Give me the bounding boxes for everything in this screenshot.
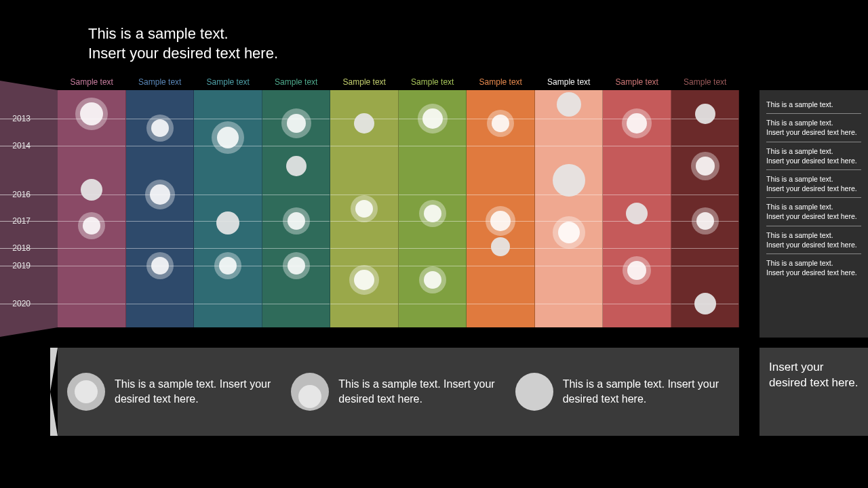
grid-row-line <box>126 221 194 222</box>
side-box: Insert your desired text here. <box>760 348 868 436</box>
grid-row-line <box>330 146 398 146</box>
grid-row-line <box>603 248 671 249</box>
grid-row-line <box>262 248 330 249</box>
side-note-entry: This is a sample text. <box>766 96 861 114</box>
grid-row-line <box>603 195 671 195</box>
legend-perspective-bottom <box>50 392 58 436</box>
grid-row-line <box>399 146 467 146</box>
side-note-entry: This is a sample text.Insert your desire… <box>766 226 861 254</box>
column-headers: Sample textSample textSample textSample … <box>58 77 739 89</box>
year-axis: 2013201420162017201820192020 <box>0 90 58 327</box>
grid-row-line <box>399 195 467 195</box>
grid-row-line <box>467 266 534 266</box>
title-line-1: This is a sample text. <box>88 25 229 42</box>
column-header: Sample text <box>603 77 671 89</box>
grid-row-line <box>126 248 194 249</box>
column-header: Sample text <box>330 77 399 89</box>
year-label: 2016 <box>12 190 31 199</box>
year-tick: 2013 <box>0 119 58 119</box>
grid-row-line <box>535 304 603 304</box>
side-notes-panel: This is a sample text.This is a sample t… <box>760 90 868 338</box>
side-note-entry: This is a sample text.Insert your desire… <box>766 142 861 170</box>
grid-row-line <box>399 248 467 249</box>
side-note-entry: This is a sample text.Insert your desire… <box>766 254 861 281</box>
year-label: 2013 <box>12 114 31 123</box>
grid-row-line <box>671 195 739 195</box>
year-label: 2020 <box>12 299 31 308</box>
side-note-entry: This is a sample text.Insert your desire… <box>766 170 861 198</box>
side-note-entry: This is a sample text.Insert your desire… <box>766 198 861 226</box>
legend-item: This is a sample text. Insert your desir… <box>67 373 281 411</box>
data-grid <box>58 90 739 327</box>
grid-row-line <box>535 266 603 266</box>
side-note-entry: This is a sample text.Insert your desire… <box>766 114 861 142</box>
grid-row-line <box>262 195 330 195</box>
column-header: Sample text <box>467 77 535 89</box>
year-tick: 2018 <box>0 248 58 249</box>
grid-row-line <box>535 119 603 119</box>
grid-row-line <box>58 266 125 266</box>
grid-row-line <box>671 146 739 146</box>
grid-row-line <box>535 146 603 146</box>
legend-perspective-top <box>50 348 58 392</box>
column-header: Sample text <box>671 77 740 89</box>
column-header: Sample text <box>535 77 604 89</box>
grid-row-line <box>330 304 398 304</box>
axis-perspective-top <box>0 81 58 90</box>
column-header: Sample text <box>126 77 195 89</box>
grid-row-line <box>58 248 125 249</box>
grid-row-line <box>671 266 739 266</box>
grid-row-line <box>58 146 125 146</box>
axis-perspective-bottom <box>0 327 58 337</box>
year-tick: 2019 <box>0 266 58 266</box>
grid-row-line <box>467 195 534 195</box>
legend-marker-icon <box>291 373 329 411</box>
year-label: 2017 <box>12 216 31 226</box>
legend-item: This is a sample text. Insert your desir… <box>291 373 505 411</box>
column-header: Sample text <box>58 77 126 89</box>
title-line-2: Insert your desired text here. <box>88 45 278 62</box>
legend-item: This is a sample text. Insert your desir… <box>515 373 730 411</box>
legend-text: This is a sample text. Insert your desir… <box>338 377 505 406</box>
year-tick: 2020 <box>0 304 58 304</box>
slide-title: This is a sample text. Insert your desir… <box>88 24 278 63</box>
column-header: Sample text <box>262 77 331 89</box>
grid-column <box>535 90 604 327</box>
grid-row-line <box>399 304 467 304</box>
grid-row-line <box>467 304 534 304</box>
grid-row-line <box>262 304 330 304</box>
year-tick: 2014 <box>0 146 58 146</box>
legend-marker-icon <box>515 373 553 411</box>
grid-row-line <box>467 146 534 146</box>
year-label: 2014 <box>12 141 31 150</box>
grid-row-line <box>330 248 398 249</box>
column-header: Sample text <box>194 77 262 89</box>
legend-marker-icon <box>67 373 105 411</box>
year-label: 2018 <box>12 243 31 253</box>
grid-row-line <box>58 304 125 304</box>
year-tick: 2016 <box>0 195 58 195</box>
grid-row-line <box>603 304 671 304</box>
grid-row-line <box>194 304 262 304</box>
grid-row-line <box>194 119 262 119</box>
grid-row-line <box>603 146 671 146</box>
grid-row-line <box>194 248 262 249</box>
year-tick: 2017 <box>0 221 58 222</box>
side-box-text: Insert your desired text here. <box>769 361 858 389</box>
column-header: Sample text <box>399 77 467 89</box>
year-label: 2019 <box>12 261 31 270</box>
grid-row-line <box>126 146 194 146</box>
grid-row-line <box>671 248 739 249</box>
grid-row-line <box>126 304 194 304</box>
legend-panel: This is a sample text. Insert your desir… <box>58 348 739 436</box>
grid-row-line <box>194 195 262 195</box>
legend-text: This is a sample text. Insert your desir… <box>563 377 730 406</box>
grid-row-line <box>262 146 330 146</box>
legend-text: This is a sample text. Insert your desir… <box>115 377 281 406</box>
